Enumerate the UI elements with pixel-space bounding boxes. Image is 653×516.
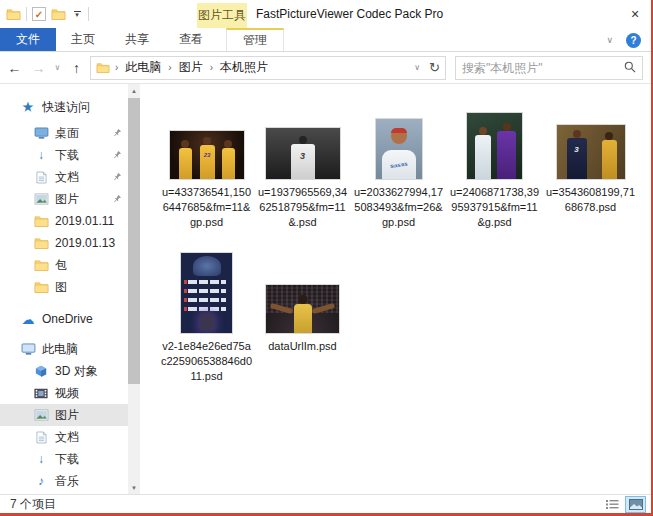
- file-thumbnail: [265, 284, 340, 334]
- tab-home[interactable]: 主页: [58, 28, 108, 51]
- refresh-icon[interactable]: ↻: [429, 60, 440, 75]
- sidebar-item-label: 音乐: [55, 473, 79, 490]
- folder-icon: [33, 237, 49, 249]
- back-button[interactable]: ←: [4, 60, 25, 76]
- sidebar-item-3d-objects[interactable]: 3D 对象: [0, 360, 128, 382]
- star-icon: ★: [20, 100, 36, 114]
- sidebar-item-folder-2019-01-11[interactable]: 2019.01.11: [0, 210, 128, 232]
- breadcrumb[interactable]: › 此电脑 › 图片 › 本机照片 ∨ ↻: [90, 56, 446, 80]
- document-icon: [33, 431, 49, 444]
- sidebar-item-this-pc[interactable]: 此电脑: [0, 338, 128, 360]
- download-arrow-icon: ↓: [33, 148, 49, 162]
- file-item-5[interactable]: 3 u=3543608199,7168678.psd: [546, 102, 635, 230]
- new-folder-icon[interactable]: [51, 8, 66, 20]
- player-arm: [312, 303, 335, 314]
- file-item-4[interactable]: u=2406871738,3995937915&fm=11&g.psd: [450, 102, 539, 230]
- file-item-3[interactable]: SIXERS u=2033627994,175083493&fm=26&gp.p…: [354, 102, 443, 230]
- customize-toolbar-caret-icon[interactable]: ▾: [71, 11, 83, 18]
- music-note-icon: ♪: [33, 474, 49, 488]
- picture-tools-contextual-header[interactable]: 图片工具: [197, 3, 247, 28]
- navigation-pane: ★ 快速访问 桌面 ↓ 下载 文档 图片: [0, 84, 128, 494]
- sidebar-item-label: 图片: [55, 191, 79, 208]
- file-thumbnail: [180, 252, 233, 334]
- sidebar-item-downloads[interactable]: ↓ 下载: [0, 144, 128, 166]
- scroll-down-icon[interactable]: ▼: [128, 481, 140, 494]
- tab-share[interactable]: 共享: [112, 28, 162, 51]
- toolbar-separator: [88, 7, 89, 21]
- search-input[interactable]: [462, 61, 624, 75]
- large-icons-view-button[interactable]: [625, 496, 646, 513]
- up-button[interactable]: ↑: [66, 60, 87, 76]
- properties-check-icon[interactable]: ✓: [32, 7, 46, 21]
- file-name: u=3543608199,7168678.psd: [545, 185, 637, 215]
- sidebar-item-pictures[interactable]: 图片: [0, 188, 128, 210]
- sidebar-item-videos[interactable]: 视频: [0, 382, 128, 404]
- file-name: v2-1e84e26ed75ac225906538846d011.psd: [161, 339, 253, 384]
- forward-button[interactable]: →: [28, 60, 49, 76]
- sidebar-item-label: 包: [55, 257, 67, 274]
- player-figure: [200, 314, 214, 330]
- sidebar-item-label: 下载: [55, 147, 79, 164]
- details-view-button[interactable]: [602, 496, 623, 513]
- file-name: dataUrlIm.psd: [257, 339, 349, 354]
- file-item-7[interactable]: dataUrlIm.psd: [258, 248, 347, 384]
- minimize-button[interactable]: [555, 0, 587, 28]
- close-button[interactable]: ×: [619, 0, 651, 28]
- sidebar-item-quick-access[interactable]: ★ 快速访问: [0, 96, 128, 118]
- explorer-folder-icon[interactable]: [6, 8, 21, 20]
- file-name: u=2406871738,3995937915&fm=11&g.psd: [449, 185, 541, 230]
- maximize-button[interactable]: [587, 0, 619, 28]
- scroll-up-icon[interactable]: ▲: [128, 84, 140, 97]
- file-name: u=1937965569,3462518795&fm=11&.psd: [257, 185, 349, 230]
- sidebar-item-desktop[interactable]: 桌面: [0, 122, 128, 144]
- sidebar-item-documents[interactable]: 文档: [0, 166, 128, 188]
- pictures-icon: [33, 409, 49, 421]
- sidebar-item-folder-tu[interactable]: 图: [0, 276, 128, 298]
- scrollbar-thumb[interactable]: [128, 98, 140, 384]
- sidebar-item-documents-this-pc[interactable]: 文档: [0, 426, 128, 448]
- sidebar-item-label: 快速访问: [42, 99, 90, 116]
- sidebar-item-label: 3D 对象: [55, 363, 98, 380]
- file-item-1[interactable]: 23 u=433736541,1506447685&fm=11&gp.psd: [162, 102, 251, 230]
- sidebar-item-onedrive[interactable]: ☁ OneDrive: [0, 308, 128, 330]
- ribbon-right-controls: ∨ ?: [606, 28, 641, 52]
- file-item-6[interactable]: v2-1e84e26ed75ac225906538846d011.psd: [162, 248, 251, 384]
- sidebar-item-music[interactable]: ♪ 音乐: [0, 470, 128, 492]
- breadcrumb-pictures[interactable]: 图片: [177, 59, 205, 76]
- sidebar-item-folder-bao[interactable]: 包: [0, 254, 128, 276]
- sidebar-item-downloads-this-pc[interactable]: ↓ 下载: [0, 448, 128, 470]
- expand-ribbon-chevron-icon[interactable]: ∨: [606, 35, 613, 45]
- recent-locations-chevron-icon[interactable]: ∨: [52, 63, 63, 72]
- folder-icon: [33, 215, 49, 227]
- jersey-number: 3: [291, 151, 315, 161]
- sidebar-item-pictures-this-pc[interactable]: 图片: [0, 404, 128, 426]
- tab-file[interactable]: 文件: [0, 28, 56, 51]
- document-icon: [33, 171, 49, 184]
- breadcrumb-current-folder[interactable]: 本机照片: [218, 59, 270, 76]
- file-item-2[interactable]: 3 u=1937965569,3462518795&fm=11&.psd: [258, 102, 347, 230]
- pictures-icon: [33, 193, 49, 205]
- sidebar-item-label: 视频: [55, 385, 79, 402]
- search-box[interactable]: [455, 56, 643, 80]
- quick-access-toolbar: ✓ ▾: [0, 0, 89, 28]
- breadcrumb-this-pc[interactable]: 此电脑: [123, 59, 163, 76]
- tab-view[interactable]: 查看: [166, 28, 216, 51]
- video-icon: [33, 388, 49, 399]
- sidebar-item-label: 桌面: [55, 125, 79, 142]
- jersey-number: 3: [567, 145, 587, 154]
- file-list: 23 u=433736541,1506447685&fm=11&gp.psd 3…: [140, 84, 651, 494]
- breadcrumb-separator: ›: [210, 62, 213, 73]
- player-figure: 23: [200, 145, 215, 180]
- tab-manage[interactable]: 管理: [226, 28, 284, 51]
- sidebar-item-label: 2019.01.13: [55, 236, 115, 250]
- sidebar-scrollbar[interactable]: ▲ ▼: [128, 84, 140, 494]
- location-folder-icon: [96, 62, 110, 73]
- player-figure: [497, 131, 516, 180]
- file-thumbnail: [466, 112, 523, 180]
- sidebar-item-folder-2019-01-13[interactable]: 2019.01.13: [0, 232, 128, 254]
- search-icon[interactable]: [624, 59, 636, 77]
- address-bar: ← → ∨ ↑ › 此电脑 › 图片 › 本机照片 ∨ ↻: [0, 52, 651, 84]
- address-dropdown-chevron-icon[interactable]: ∨: [414, 63, 420, 72]
- pin-icon: [113, 194, 122, 203]
- help-icon[interactable]: ?: [626, 33, 641, 48]
